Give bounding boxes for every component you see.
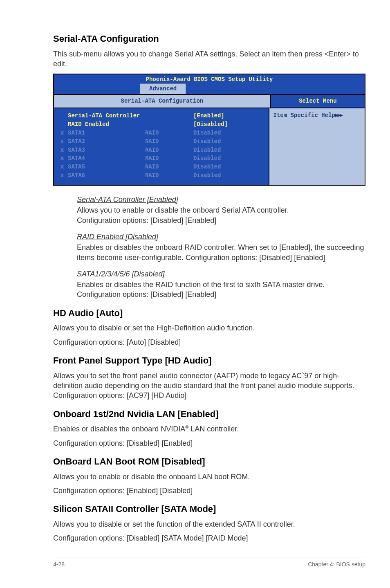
bios-row-label: xSATA6 — [61, 172, 145, 180]
footer-page-number: 4-28 — [53, 561, 65, 568]
bios-row: xSATA5RAIDDisabled — [61, 163, 262, 171]
bios-row-value: Disabled — [193, 146, 262, 154]
bios-row-mid: RAID — [145, 163, 193, 171]
footer-chapter: Chapter 4: BIOS setup — [308, 561, 365, 568]
body-hd-audio-1: Allows you to disable or set the High-De… — [53, 323, 365, 333]
bios-row-value: Disabled — [193, 172, 262, 180]
bios-row-value: Disabled — [193, 129, 262, 137]
bios-row-label: xSATA2 — [61, 138, 145, 146]
heading-lan-boot-rom: OnBoard LAN Boot ROM [Disabled] — [53, 456, 365, 468]
bios-screenshot: Phoenix-Award BIOS CMOS Setup Utility Ad… — [53, 74, 365, 186]
bios-row: xSATA4RAIDDisabled — [61, 154, 262, 163]
bios-row: xSATA1RAIDDisabled — [61, 129, 262, 137]
bios-row: Serial-ATA Controller[Enabled] — [61, 112, 262, 120]
bios-row-value: Disabled — [193, 163, 262, 171]
heading-silicon-sata: Silicon SATAII Controller [SATA Mode] — [53, 503, 365, 515]
bios-row-label: RAID Enabled — [61, 121, 145, 128]
body-silicon-sata-2: Configuration options: [Disabled] [SATA … — [53, 533, 365, 543]
subitem-title-3: SATA1/2/3/4/5/6 [Disabled] — [77, 269, 365, 279]
bios-title: Phoenix-Award BIOS CMOS Setup Utility — [54, 74, 365, 83]
page-footer: 4-28 Chapter 4: BIOS setup — [53, 557, 365, 568]
bios-row-value: Disabled — [193, 155, 262, 162]
heading-hd-audio: HD Audio [Auto] — [53, 307, 365, 319]
body-hd-audio-2: Configuration options: [Auto] [Disabled] — [53, 337, 365, 347]
bios-row-label: xSATA3 — [61, 146, 145, 154]
bios-tab-advanced: Advanced — [140, 83, 186, 94]
bios-row-mid — [145, 112, 193, 120]
body-onboard-lan-post: LAN controller. — [188, 425, 239, 433]
body-lan-boot-rom-2: Configuration options: [Enabled] [Disabl… — [53, 486, 365, 496]
bios-row: RAID Enabled[Disabled] — [61, 120, 262, 129]
heading-front-panel: Front Panel Support Type [HD Audio] — [53, 355, 365, 367]
bios-row-label: xSATA5 — [61, 163, 145, 171]
heading-serial-ata-config: Serial-ATA Configuration — [53, 33, 365, 45]
bios-row-value: Disabled — [193, 138, 262, 146]
bios-help-panel: Item Specific Help▶▶▶ — [269, 108, 365, 185]
bios-row-mid — [145, 121, 193, 128]
body-onboard-lan-1: Enables or disables the onboard NVIDIA® … — [53, 424, 365, 434]
subitem-body-3b: Configuration options: [Disabled] [Enabl… — [77, 290, 365, 299]
bios-help-arrow-icon: ▶▶▶ — [335, 112, 342, 119]
subitem-body-2: Enables or disables the onboard RAID con… — [77, 242, 365, 263]
intro-serial-ata-config: This sub-menu allows you to change Seria… — [53, 49, 365, 69]
bios-row: xSATA6RAIDDisabled — [61, 171, 262, 180]
heading-onboard-lan: Onboard 1st/2nd Nvidia LAN [Enabled] — [53, 408, 365, 420]
bios-select-menu: Select Menu — [271, 95, 365, 108]
bios-row-label: xSATA1 — [61, 129, 145, 137]
bios-row: xSATA3RAIDDisabled — [61, 146, 262, 155]
bios-row-label: Serial-ATA Controller — [61, 112, 145, 120]
subitem-title-1: Serial-ATA Controller [Enabled] — [77, 195, 365, 204]
subitem-body-1b: Configuration options: [Disabled] [Enabl… — [77, 215, 365, 225]
subitem-body-3a: Enables or disables the RAID function of… — [77, 280, 365, 290]
bios-row-mid: RAID — [145, 155, 193, 162]
bios-rows: Serial-ATA Controller[Enabled] RAID Enab… — [54, 108, 269, 185]
bios-row-mid: RAID — [145, 172, 193, 180]
bios-tab-row: Advanced — [54, 83, 365, 94]
bios-row: xSATA2RAIDDisabled — [61, 137, 262, 146]
body-lan-boot-rom-1: Allows you to enable or disable the onbo… — [53, 472, 365, 482]
body-onboard-lan-pre: Enables or disables the onboard NVIDIA — [53, 425, 185, 433]
body-front-panel: Allows you to set the front panel audio … — [53, 371, 365, 401]
subitem-body-1a: Allows you to enable or disable the onbo… — [77, 205, 365, 215]
body-onboard-lan-2: Configuration options: [Disabled] [Enabl… — [53, 438, 365, 448]
bios-subheading: Serial-ATA Configuration — [54, 95, 271, 108]
bios-row-mid: RAID — [145, 138, 193, 146]
subitem-title-2: RAID Enabled [Disabled] — [77, 232, 365, 242]
body-silicon-sata-1: Allows you to disable or set the functio… — [53, 519, 365, 529]
bios-row-value: [Disabled] — [193, 121, 262, 128]
bios-row-mid: RAID — [145, 146, 193, 154]
bios-help-label: Item Specific Help — [273, 112, 335, 119]
bios-row-mid: RAID — [145, 129, 193, 137]
bios-row-label: xSATA4 — [61, 155, 145, 162]
bios-row-value: [Enabled] — [193, 112, 262, 120]
